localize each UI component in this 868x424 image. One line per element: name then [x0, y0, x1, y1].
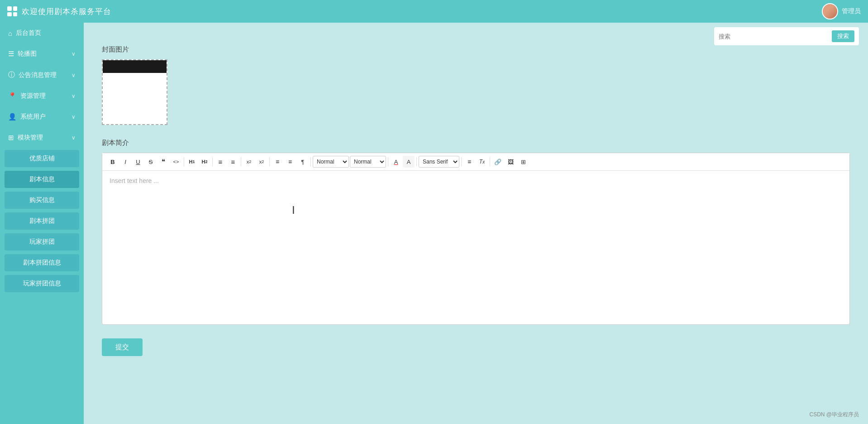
purchase-info-button[interactable]: 购买信息 [5, 192, 79, 209]
editor-toolbar: B I U S ❝ <> H1 H2 ≡ ≡ x2 x2 ≡ [102, 153, 849, 171]
sidebar-announcement-label: 公告消息管理 [19, 71, 57, 79]
sidebar: ⌂ 后台首页 ☰ 轮播图 ∨ ⓘ 公告消息管理 ∨ 📍 资源管理 [0, 23, 84, 424]
bold-button[interactable]: B [107, 156, 119, 168]
search-button[interactable]: 搜索 [832, 30, 854, 42]
superscript-button[interactable]: x2 [256, 156, 267, 168]
font-family-select[interactable]: Sans Serif Serif Monospace [419, 156, 459, 168]
clear-format-button[interactable]: Tx [476, 156, 488, 168]
users-icon: 👤 [8, 113, 17, 121]
sidebar-modules-label: 模块管理 [18, 134, 43, 142]
search-input[interactable] [719, 33, 829, 40]
users-arrow-icon: ∨ [72, 114, 76, 120]
normal-select-2[interactable]: Normal Small Large [350, 156, 386, 168]
script-group-button[interactable]: 剧本拼团 [5, 212, 79, 230]
cover-upload-box[interactable] [102, 59, 167, 125]
image-button[interactable]: 🖼 [505, 156, 516, 168]
strikethrough-button[interactable]: S [145, 156, 157, 168]
divider-6 [388, 157, 388, 166]
carousel-arrow-icon: ∨ [72, 51, 76, 57]
footer-watermark: CSDN @毕业程序员 [809, 411, 859, 419]
submit-button[interactable]: 提交 [102, 338, 143, 356]
modules-icon: ⊞ [8, 134, 14, 142]
cover-img-topbar [103, 60, 167, 73]
editor-wrapper: B I U S ❝ <> H1 H2 ≡ ≡ x2 x2 ≡ [102, 153, 850, 325]
h2-button[interactable]: H2 [199, 156, 210, 168]
top-header: 欢迎使用剧本杀服务平台 管理员 [0, 0, 868, 23]
avatar[interactable] [822, 3, 838, 19]
script-group-info-button[interactable]: 剧本拼团信息 [5, 254, 79, 271]
cover-img-body [103, 73, 167, 124]
bg-color-button[interactable]: A [403, 156, 415, 168]
h1-button[interactable]: H1 [186, 156, 198, 168]
admin-name: 管理员 [842, 7, 861, 15]
resource-icon: 📍 [8, 92, 17, 100]
quality-shop-button[interactable]: 优质店铺 [5, 150, 79, 167]
align-left-button[interactable]: ≡ [272, 156, 283, 168]
sidebar-item-users[interactable]: 👤 系统用户 ∨ [0, 106, 84, 127]
italic-button[interactable]: I [119, 156, 131, 168]
code-button[interactable]: <> [170, 156, 182, 168]
sidebar-item-home[interactable]: ⌂ 后台首页 [0, 23, 84, 43]
table-button[interactable]: ⊞ [517, 156, 529, 168]
avatar-image [823, 4, 837, 19]
divider-3 [241, 157, 241, 166]
script-info-button[interactable]: 剧本信息 [5, 171, 79, 188]
blockquote-button[interactable]: ❝ [157, 156, 169, 168]
align-center-button[interactable]: ≡ [284, 156, 296, 168]
editor-body[interactable]: Insert text here ... I [102, 171, 849, 320]
divider-7 [416, 157, 417, 166]
divider-9 [490, 157, 490, 166]
unordered-list-button[interactable]: ≡ [227, 156, 239, 168]
divider-4 [269, 157, 270, 166]
sidebar-item-modules[interactable]: ⊞ 模块管理 ∨ [0, 127, 84, 148]
intro-section: 剧本简介 B I U S ❝ <> H1 H2 ≡ ≡ x2 [102, 139, 850, 325]
carousel-icon: ☰ [8, 50, 14, 58]
divider-1 [184, 157, 184, 166]
announcement-icon: ⓘ [8, 71, 15, 79]
font-color-button[interactable]: A [390, 156, 402, 168]
header-title: 欢迎使用剧本杀服务平台 [22, 6, 111, 17]
cover-label: 封面图片 [102, 45, 850, 54]
modules-arrow-icon: ∨ [72, 135, 76, 141]
sidebar-item-announcement[interactable]: ⓘ 公告消息管理 ∨ [0, 64, 84, 86]
header-right: 管理员 [822, 3, 861, 19]
sidebar-carousel-label: 轮播图 [18, 50, 37, 58]
cover-section: 封面图片 [102, 45, 850, 125]
player-group-info-button[interactable]: 玩家拼团信息 [5, 275, 79, 292]
normal-select-1[interactable]: Normal Heading 1 Heading 2 [313, 156, 349, 168]
subscript-button[interactable]: x2 [243, 156, 255, 168]
text-cursor: I [292, 204, 295, 217]
link-button[interactable]: 🔗 [492, 156, 504, 168]
search-bar: 搜索 [714, 27, 859, 45]
align-button[interactable]: ≡ [463, 156, 475, 168]
layout: ⌂ 后台首页 ☰ 轮播图 ∨ ⓘ 公告消息管理 ∨ 📍 资源管理 [0, 23, 868, 424]
underline-button[interactable]: U [132, 156, 144, 168]
sidebar-resource-label: 资源管理 [20, 92, 46, 100]
intro-label: 剧本简介 [102, 139, 850, 147]
divider-8 [461, 157, 462, 166]
main-content: 搜索 封面图片 剧本简介 B I U S ❝ <> [84, 23, 868, 424]
sidebar-item-resource[interactable]: 📍 资源管理 ∨ [0, 86, 84, 106]
editor-placeholder: Insert text here ... [110, 177, 159, 184]
sidebar-users-label: 系统用户 [20, 113, 46, 121]
ordered-list-button[interactable]: ≡ [215, 156, 226, 168]
player-group-button[interactable]: 玩家拼团 [5, 233, 79, 251]
divider-2 [212, 157, 213, 166]
announcement-arrow-icon: ∨ [72, 72, 76, 78]
sidebar-home-label: 后台首页 [16, 29, 41, 37]
sidebar-item-carousel[interactable]: ☰ 轮播图 ∨ [0, 43, 84, 64]
header-left: 欢迎使用剧本杀服务平台 [7, 6, 111, 17]
home-icon: ⌂ [8, 29, 12, 37]
divider-5 [310, 157, 311, 166]
resource-arrow-icon: ∨ [72, 93, 76, 99]
grid-menu-icon[interactable] [7, 6, 17, 16]
indent-button[interactable]: ¶ [297, 156, 309, 168]
